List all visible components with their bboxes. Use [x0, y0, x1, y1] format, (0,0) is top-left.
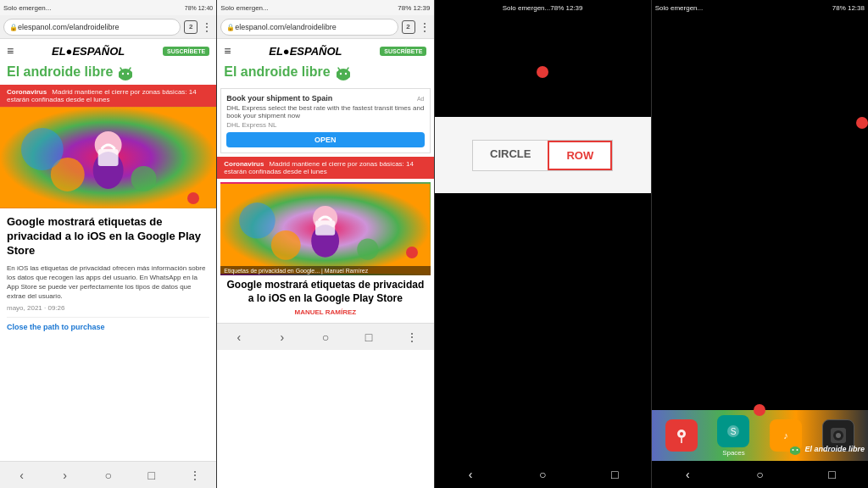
status-bar-1: Solo emergen... 78% 12:40	[0, 0, 216, 15]
black-space-4	[652, 15, 868, 461]
banner-label-2: Coronavirus	[224, 160, 264, 168]
status-emergency-2: Solo emergen...	[220, 4, 268, 12]
svg-point-27	[680, 432, 683, 435]
svg-rect-35	[790, 448, 800, 453]
back-btn-4[interactable]: ‹	[679, 466, 696, 483]
url-text-1: elespanol.com/elandroidelibre	[18, 23, 120, 31]
back-btn-3[interactable]: ‹	[462, 466, 479, 483]
svg-point-24	[358, 239, 379, 260]
android-logo-1	[116, 63, 135, 81]
article-image-2: Etiquetas de privacidad en Google... | M…	[220, 182, 430, 275]
lock-icon-1: 🔒	[9, 24, 16, 30]
app-icon-spaces[interactable]: S	[717, 415, 749, 447]
choice-area: CIRCLE ROW	[435, 117, 651, 193]
svg-point-23	[271, 230, 301, 260]
android-logo-2	[334, 63, 353, 81]
home-btn-3[interactable]: ○	[534, 466, 551, 483]
app-maps[interactable]	[665, 419, 698, 452]
app-label-spaces: Spaces	[722, 449, 745, 457]
svg-point-11	[131, 166, 157, 191]
svg-line-17	[338, 68, 340, 70]
svg-point-16	[344, 73, 346, 75]
status-right-1: 78% 12:40	[185, 5, 213, 11]
svg-point-25	[239, 202, 275, 238]
browser-bar-1[interactable]: 🔒 elespanol.com/elandroidelibre 2 ⋮	[0, 15, 216, 39]
app-spaces[interactable]: S Spaces	[717, 415, 749, 457]
svg-text:♪: ♪	[784, 430, 789, 441]
status-bar-3: Solo emergen... 78% 12:39	[499, 0, 587, 15]
menu-btn-1[interactable]: ⋮	[186, 467, 203, 484]
site-header-2: ≡ EL●ESPAÑOL SUSCRÍBETE	[217, 39, 433, 63]
article-illustration-2	[220, 182, 430, 275]
site-tagline-2: El androide libre	[217, 63, 433, 85]
circle-button[interactable]: CIRCLE	[473, 141, 548, 170]
nav-bar-3: ‹ ○ □	[435, 461, 651, 488]
subscribe-btn-1[interactable]: SUSCRÍBETE	[163, 47, 209, 56]
svg-rect-1	[119, 71, 132, 78]
nav-bar-4: ‹ ○ □	[652, 461, 868, 488]
article-title-1: Google mostrará etiquetas de privacidad …	[7, 215, 209, 258]
battery-time-4: 78% 12:38	[832, 4, 865, 12]
back-btn-2[interactable]: ‹	[231, 329, 248, 346]
red-dot-2	[406, 247, 418, 258]
tab-count-1[interactable]: 2	[184, 20, 198, 34]
panel-3: Solo emergen... 78% 12:39 CIRCLE ROW ‹ ○…	[435, 0, 652, 488]
menu-btn-2[interactable]: ⋮	[403, 329, 420, 346]
app-icon-maps[interactable]	[665, 419, 698, 452]
menu-dots-2[interactable]: ⋮	[419, 20, 431, 34]
tabs-btn-2[interactable]: □	[360, 329, 377, 346]
tabs-btn-4[interactable]: □	[823, 466, 840, 483]
article-card-title-2: Google mostrará etiquetas de privacidad …	[220, 275, 430, 308]
logo-2: EL●ESPAÑOL	[269, 45, 342, 58]
panel3-content: CIRCLE ROW	[435, 15, 651, 488]
site-title-1: El androide libre	[7, 64, 113, 80]
hamburger-1[interactable]: ≡	[7, 44, 14, 58]
article-card-2: Etiquetas de privacidad en Google... | M…	[220, 182, 430, 319]
status-left-1: Solo emergen...	[3, 4, 51, 12]
url-bar-2[interactable]: 🔒 elespanol.com/elandroidelibre	[220, 19, 398, 36]
forward-btn-1[interactable]: ›	[57, 467, 74, 484]
ad-sponsor-2: DHL Express NL	[226, 121, 424, 129]
home-btn-4[interactable]: ○	[751, 466, 768, 483]
panel-2: Solo emergen... 78% 12:39 🔒 elespanol.co…	[217, 0, 434, 488]
svg-rect-9	[98, 149, 119, 166]
svg-line-18	[347, 68, 348, 70]
site-tagline-1: El androide libre	[0, 63, 216, 85]
svg-point-36	[793, 449, 794, 451]
ad-label-2: Ad	[417, 96, 425, 102]
maps-svg	[672, 426, 691, 445]
tabs-btn-1[interactable]: □	[143, 467, 160, 484]
related-link-1[interactable]: Close the path to purchase	[7, 317, 209, 331]
svg-point-3	[127, 73, 129, 75]
ad-title-2: Book your shipment to Spain	[226, 94, 332, 103]
back-btn-1[interactable]: ‹	[14, 467, 31, 484]
row-button[interactable]: ROW	[548, 141, 612, 170]
browser-bar-2[interactable]: 🔒 elespanol.com/elandroidelibre 2 ⋮	[217, 15, 433, 39]
article-body-1: En iOS las etiquetas de privacidad ofrec…	[7, 263, 209, 302]
red-dot-dock-4	[754, 404, 765, 416]
menu-dots-1[interactable]: ⋮	[201, 20, 213, 34]
url-bar-1[interactable]: 🔒 elespanol.com/elandroidelibre	[3, 19, 181, 36]
hamburger-2[interactable]: ≡	[224, 44, 231, 58]
svg-rect-14	[337, 71, 350, 78]
panel-4: Solo emergen... 78% 12:38 S	[652, 0, 868, 488]
status-emergency-4: Solo emergen...	[655, 4, 703, 12]
panel-1: Solo emergen... 78% 12:40 🔒 elespanol.co…	[0, 0, 217, 488]
url-text-2: elespanol.com/elandroidelibre	[235, 23, 337, 31]
tab-count-2[interactable]: 2	[402, 20, 415, 34]
spaces-svg: S	[724, 422, 743, 441]
nav-bar-1: ‹ › ○ □ ⋮	[0, 461, 216, 488]
article-content-1: Google mostrará etiquetas de privacidad …	[0, 208, 216, 461]
battery-time-2: 78% 12:39	[398, 4, 430, 12]
home-btn-2[interactable]: ○	[317, 329, 334, 346]
red-dot-4	[856, 117, 868, 129]
red-dot-3	[537, 66, 548, 78]
watermark-4: El androide libre	[788, 442, 865, 456]
status-bar-4: Solo emergen... 78% 12:38	[652, 0, 868, 15]
svg-line-4	[120, 68, 122, 70]
home-btn-1[interactable]: ○	[100, 467, 117, 484]
tabs-btn-3[interactable]: □	[606, 466, 623, 483]
subscribe-btn-2[interactable]: SUSCRÍBETE	[380, 47, 426, 56]
forward-btn-2[interactable]: ›	[274, 329, 291, 346]
open-btn-2[interactable]: OPEN	[226, 132, 424, 147]
